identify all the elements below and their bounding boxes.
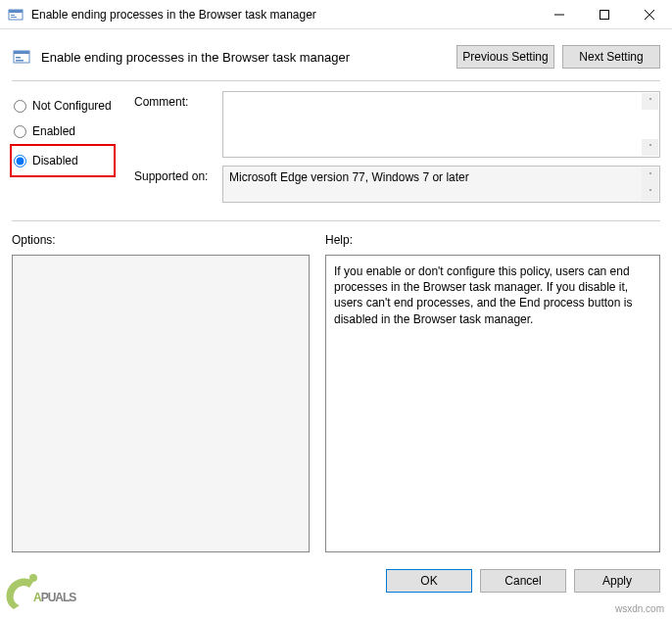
scroll-down-icon[interactable]: ˅ [642, 139, 658, 156]
help-column: Help: If you enable or don't configure t… [325, 233, 660, 552]
supported-scroll: ˄ ˅ [642, 167, 658, 201]
radio-disabled-input[interactable] [14, 155, 26, 167]
cancel-button[interactable]: Cancel [480, 569, 566, 593]
policy-header: Enable ending processes in the Browser t… [12, 37, 660, 76]
brand-watermark: APUALS [0, 562, 137, 620]
lower-panels: Options: Help: If you enable or don't co… [12, 233, 660, 552]
radio-enabled[interactable]: Enabled [12, 119, 134, 144]
comment-label: Comment: [134, 91, 222, 158]
svg-rect-2 [11, 15, 15, 16]
radio-not-configured[interactable]: Not Configured [12, 93, 134, 119]
previous-setting-button[interactable]: Previous Setting [456, 45, 554, 69]
svg-rect-9 [14, 51, 29, 54]
window-title: Enable ending processes in the Browser t… [31, 8, 537, 22]
window-controls [537, 0, 672, 29]
fields-column: Comment: ˄ ˅ Supported on: Microsoft Edg… [134, 91, 660, 211]
svg-rect-1 [9, 10, 23, 13]
ok-button[interactable]: OK [386, 569, 472, 593]
window-app-icon [8, 7, 24, 23]
state-radio-group: Not Configured Enabled Disabled [12, 91, 134, 211]
comment-textarea[interactable]: ˄ ˅ [222, 91, 660, 158]
divider [12, 220, 660, 221]
radio-disabled-label: Disabled [32, 154, 78, 167]
policy-title: Enable ending processes in the Browser t… [41, 50, 449, 65]
radio-not-configured-input[interactable] [14, 100, 26, 113]
svg-rect-10 [16, 57, 21, 59]
radio-not-configured-label: Not Configured [32, 99, 112, 113]
comment-scroll: ˄ ˅ [642, 93, 658, 156]
svg-rect-3 [11, 17, 17, 18]
help-panel: If you enable or don't configure this po… [325, 255, 660, 552]
source-watermark: wsxdn.com [615, 603, 664, 614]
help-label: Help: [325, 233, 660, 255]
svg-point-13 [29, 574, 37, 582]
supported-label: Supported on: [134, 166, 222, 203]
apply-button[interactable]: Apply [574, 569, 660, 593]
options-panel [12, 255, 310, 552]
maximize-button[interactable] [582, 0, 627, 29]
scroll-up-icon[interactable]: ˄ [642, 93, 658, 110]
supported-on-box: Microsoft Edge version 77, Windows 7 or … [222, 166, 660, 203]
svg-text:APUALS: APUALS [33, 591, 76, 604]
divider [12, 80, 660, 81]
minimize-button[interactable] [537, 0, 582, 29]
svg-rect-11 [16, 60, 24, 62]
window-titlebar: Enable ending processes in the Browser t… [0, 0, 672, 29]
scroll-down-icon[interactable]: ˅ [642, 184, 658, 201]
svg-rect-5 [600, 10, 609, 19]
dialog-button-bar: OK Cancel Apply [386, 569, 660, 593]
configuration-row: Not Configured Enabled Disabled Comment: [12, 91, 660, 211]
options-label: Options: [12, 233, 310, 255]
radio-disabled[interactable]: Disabled [12, 148, 114, 173]
policy-icon [12, 47, 31, 67]
options-column: Options: [12, 233, 310, 552]
comment-row: Comment: ˄ ˅ [134, 91, 660, 158]
supported-row: Supported on: Microsoft Edge version 77,… [134, 166, 660, 203]
scroll-up-icon[interactable]: ˄ [642, 167, 658, 184]
supported-value: Microsoft Edge version 77, Windows 7 or … [229, 170, 469, 184]
next-setting-button[interactable]: Next Setting [562, 45, 660, 69]
help-text: If you enable or don't configure this po… [334, 264, 632, 326]
radio-enabled-input[interactable] [14, 125, 26, 138]
window-content: Enable ending processes in the Browser t… [0, 29, 672, 560]
annotation-highlight-box: Disabled [10, 144, 116, 177]
close-button[interactable] [627, 0, 672, 29]
brand-text-suffix: PUALS [41, 591, 77, 604]
radio-enabled-label: Enabled [32, 124, 75, 138]
